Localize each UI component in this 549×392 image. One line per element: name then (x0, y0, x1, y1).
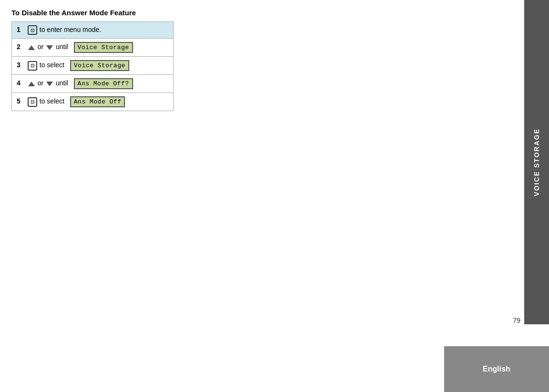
step-1-cell: 1 ⊡ to enter menu mode. (12, 22, 174, 39)
page-number: 79 (513, 317, 520, 324)
step-2-cell: 2 or until Voice Storage (12, 39, 174, 57)
until-text-2: until (56, 43, 70, 51)
step-num-4: 4 (17, 79, 25, 87)
lcd-2: Voice Storage (74, 42, 133, 53)
step-1-text: to enter menu mode. (40, 26, 101, 33)
table-row: 4 or until Ans Mode Off? (12, 75, 174, 93)
step-num-3: 3 (17, 61, 25, 69)
voice-storage-sidebar: VOICE STORAGE (524, 0, 549, 324)
english-badge: English (444, 346, 549, 392)
step-num-1: 1 (17, 26, 25, 33)
until-text-4: until (56, 79, 70, 87)
step-4-cell: 4 or until Ans Mode Off? (12, 75, 174, 93)
lcd-3: Voice Storage (70, 60, 129, 71)
or-text-2: or (38, 43, 45, 51)
step-3-cell: 3 ⊡ to select Voice Storage (12, 57, 174, 75)
step-5-text: to select (40, 97, 64, 105)
sidebar-label: VOICE STORAGE (533, 128, 540, 196)
step-3-text: to select (40, 61, 64, 69)
table-row: 3 ⊡ to select Voice Storage (12, 57, 174, 75)
table-row: 5 ⊡ to select Ans Mode Off (12, 93, 174, 111)
page-title: To Disable the Answer Mode Feature (11, 9, 427, 17)
arrow-down-icon-4 (46, 82, 53, 86)
menu-icon-3: ⊡ (28, 61, 37, 71)
main-content: To Disable the Answer Mode Feature 1 ⊡ t… (0, 0, 439, 111)
table-row: 1 ⊡ to enter menu mode. (12, 22, 174, 39)
arrow-up-icon-4 (28, 82, 35, 86)
lcd-4: Ans Mode Off? (74, 78, 133, 89)
english-label: English (483, 365, 510, 373)
steps-table: 1 ⊡ to enter menu mode. 2 or until Voice… (11, 21, 174, 111)
menu-icon-5: ⊡ (28, 97, 37, 107)
lcd-5: Ans Mode Off (70, 96, 125, 107)
arrow-up-icon-2 (28, 45, 35, 50)
bottom-right-area: English (444, 324, 549, 392)
step-5-cell: 5 ⊡ to select Ans Mode Off (12, 93, 174, 111)
step-num-2: 2 (17, 43, 25, 51)
step-num-5: 5 (17, 97, 25, 105)
arrow-down-icon-2 (46, 45, 53, 50)
or-text-4: or (38, 79, 45, 87)
menu-icon-1: ⊡ (28, 25, 37, 35)
table-row: 2 or until Voice Storage (12, 39, 174, 57)
